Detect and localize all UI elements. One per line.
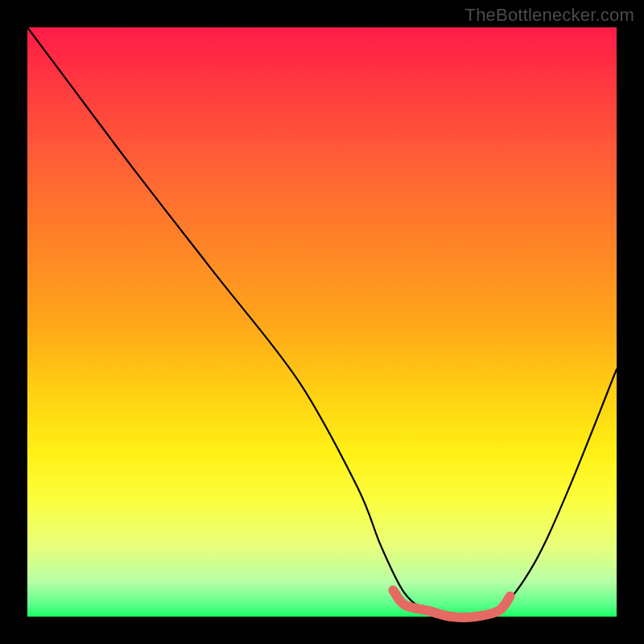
curve-svg — [27, 27, 617, 617]
attribution-text: TheBottlenecker.com — [465, 5, 634, 26]
gradient-plot-area — [27, 27, 617, 617]
optimal-range-highlight — [393, 590, 510, 617]
chart-frame: TheBottlenecker.com — [0, 0, 644, 644]
bottleneck-curve — [27, 27, 617, 617]
